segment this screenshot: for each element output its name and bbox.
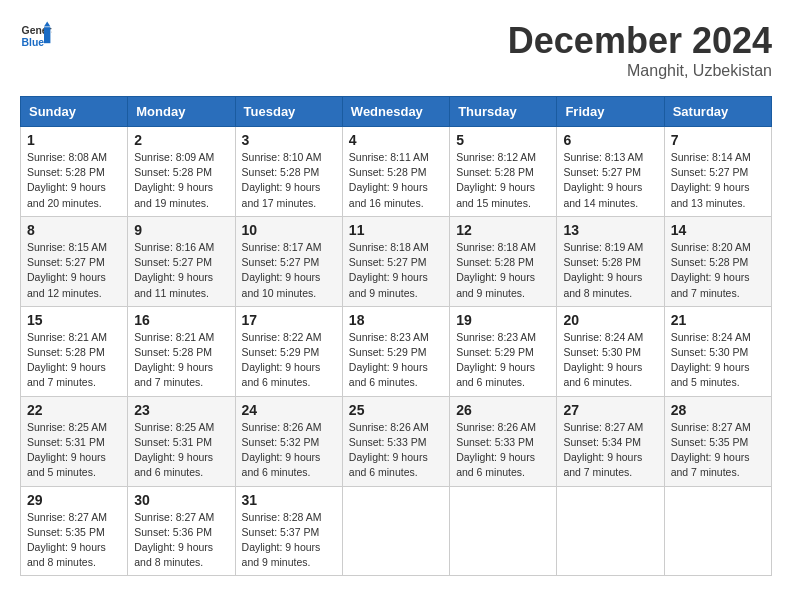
location: Manghit, Uzbekistan <box>508 62 772 80</box>
day-18: 18Sunrise: 8:23 AMSunset: 5:29 PMDayligh… <box>342 306 449 396</box>
day-24: 24Sunrise: 8:26 AMSunset: 5:32 PMDayligh… <box>235 396 342 486</box>
day-12: 12Sunrise: 8:18 AMSunset: 5:28 PMDayligh… <box>450 216 557 306</box>
col-thursday: Thursday <box>450 97 557 127</box>
col-sunday: Sunday <box>21 97 128 127</box>
day-10: 10Sunrise: 8:17 AMSunset: 5:27 PMDayligh… <box>235 216 342 306</box>
day-16: 16Sunrise: 8:21 AMSunset: 5:28 PMDayligh… <box>128 306 235 396</box>
day-20: 20Sunrise: 8:24 AMSunset: 5:30 PMDayligh… <box>557 306 664 396</box>
day-9: 9Sunrise: 8:16 AMSunset: 5:27 PMDaylight… <box>128 216 235 306</box>
month-title: December 2024 <box>508 20 772 62</box>
day-30: 30Sunrise: 8:27 AMSunset: 5:36 PMDayligh… <box>128 486 235 576</box>
day-27: 27Sunrise: 8:27 AMSunset: 5:34 PMDayligh… <box>557 396 664 486</box>
svg-marker-2 <box>44 22 50 27</box>
calendar-header-row: Sunday Monday Tuesday Wednesday Thursday… <box>21 97 772 127</box>
day-3: 3Sunrise: 8:10 AMSunset: 5:28 PMDaylight… <box>235 127 342 217</box>
day-6: 6Sunrise: 8:13 AMSunset: 5:27 PMDaylight… <box>557 127 664 217</box>
day-31: 31Sunrise: 8:28 AMSunset: 5:37 PMDayligh… <box>235 486 342 576</box>
day-7: 7Sunrise: 8:14 AMSunset: 5:27 PMDaylight… <box>664 127 771 217</box>
svg-rect-3 <box>44 27 50 43</box>
day-15: 15Sunrise: 8:21 AMSunset: 5:28 PMDayligh… <box>21 306 128 396</box>
col-saturday: Saturday <box>664 97 771 127</box>
svg-text:Blue: Blue <box>22 37 45 48</box>
col-wednesday: Wednesday <box>342 97 449 127</box>
day-29: 29Sunrise: 8:27 AMSunset: 5:35 PMDayligh… <box>21 486 128 576</box>
calendar-week-5: 29Sunrise: 8:27 AMSunset: 5:35 PMDayligh… <box>21 486 772 576</box>
day-8: 8Sunrise: 8:15 AMSunset: 5:27 PMDaylight… <box>21 216 128 306</box>
day-21: 21Sunrise: 8:24 AMSunset: 5:30 PMDayligh… <box>664 306 771 396</box>
day-28: 28Sunrise: 8:27 AMSunset: 5:35 PMDayligh… <box>664 396 771 486</box>
col-tuesday: Tuesday <box>235 97 342 127</box>
col-friday: Friday <box>557 97 664 127</box>
calendar-week-3: 15Sunrise: 8:21 AMSunset: 5:28 PMDayligh… <box>21 306 772 396</box>
day-13: 13Sunrise: 8:19 AMSunset: 5:28 PMDayligh… <box>557 216 664 306</box>
logo: General Blue <box>20 20 52 52</box>
day-1: 1Sunrise: 8:08 AMSunset: 5:28 PMDaylight… <box>21 127 128 217</box>
day-19: 19Sunrise: 8:23 AMSunset: 5:29 PMDayligh… <box>450 306 557 396</box>
empty-cell <box>557 486 664 576</box>
calendar-week-2: 8Sunrise: 8:15 AMSunset: 5:27 PMDaylight… <box>21 216 772 306</box>
empty-cell <box>342 486 449 576</box>
logo-icon: General Blue <box>20 20 52 52</box>
day-26: 26Sunrise: 8:26 AMSunset: 5:33 PMDayligh… <box>450 396 557 486</box>
calendar-week-1: 1Sunrise: 8:08 AMSunset: 5:28 PMDaylight… <box>21 127 772 217</box>
day-17: 17Sunrise: 8:22 AMSunset: 5:29 PMDayligh… <box>235 306 342 396</box>
calendar-week-4: 22Sunrise: 8:25 AMSunset: 5:31 PMDayligh… <box>21 396 772 486</box>
calendar-table: Sunday Monday Tuesday Wednesday Thursday… <box>20 96 772 576</box>
day-22: 22Sunrise: 8:25 AMSunset: 5:31 PMDayligh… <box>21 396 128 486</box>
day-25: 25Sunrise: 8:26 AMSunset: 5:33 PMDayligh… <box>342 396 449 486</box>
day-5: 5Sunrise: 8:12 AMSunset: 5:28 PMDaylight… <box>450 127 557 217</box>
col-monday: Monday <box>128 97 235 127</box>
title-block: December 2024 Manghit, Uzbekistan <box>508 20 772 80</box>
day-23: 23Sunrise: 8:25 AMSunset: 5:31 PMDayligh… <box>128 396 235 486</box>
empty-cell <box>450 486 557 576</box>
day-14: 14Sunrise: 8:20 AMSunset: 5:28 PMDayligh… <box>664 216 771 306</box>
day-11: 11Sunrise: 8:18 AMSunset: 5:27 PMDayligh… <box>342 216 449 306</box>
empty-cell <box>664 486 771 576</box>
page-header: General Blue December 2024 Manghit, Uzbe… <box>20 20 772 80</box>
day-2: 2Sunrise: 8:09 AMSunset: 5:28 PMDaylight… <box>128 127 235 217</box>
day-4: 4Sunrise: 8:11 AMSunset: 5:28 PMDaylight… <box>342 127 449 217</box>
